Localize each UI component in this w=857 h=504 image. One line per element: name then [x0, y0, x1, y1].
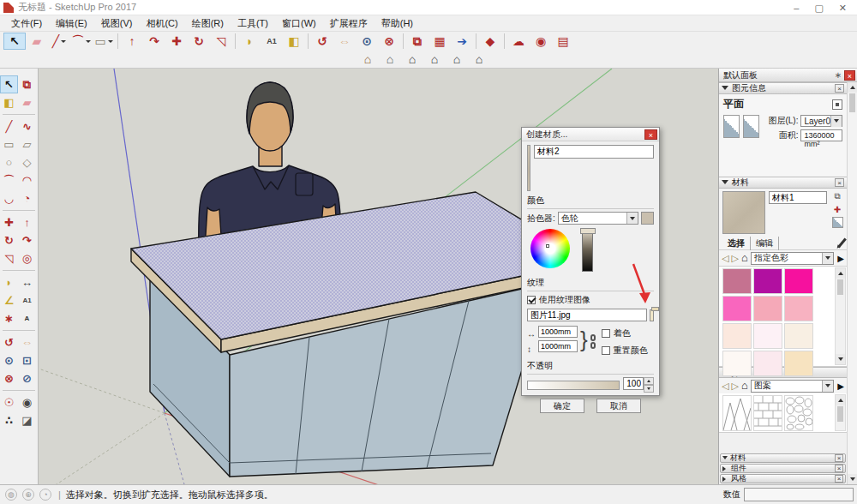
zoom-button[interactable]: ⊙: [356, 33, 378, 50]
menu-item[interactable]: 相机(C): [140, 16, 183, 31]
tray-panel-styles[interactable]: 风格×: [720, 474, 846, 483]
dropdown-caret-icon[interactable]: [822, 253, 833, 264]
back-face-swatch[interactable]: [743, 115, 759, 138]
color-swatch[interactable]: [784, 268, 813, 294]
texture-height-input[interactable]: [538, 340, 578, 352]
look-around-button[interactable]: ◉: [18, 393, 36, 411]
three-point-arc-button[interactable]: ◡: [0, 189, 18, 207]
zoom-extents-button[interactable]: ⊗: [378, 33, 400, 50]
tape-measure-button[interactable]: ◗: [238, 33, 261, 50]
move-button[interactable]: ✚: [165, 33, 188, 50]
create-material-icon[interactable]: ✚: [831, 204, 843, 214]
scrollbar-thumb[interactable]: [837, 279, 843, 295]
entity-info-panel-header[interactable]: 图元信息 ×: [719, 82, 847, 94]
color-swatch[interactable]: [722, 323, 752, 349]
tab-select[interactable]: 选择: [722, 237, 751, 250]
color-swatch[interactable]: [722, 268, 752, 294]
scroll-up-icon[interactable]: [836, 395, 845, 405]
swatch-scrollbar[interactable]: [835, 267, 846, 365]
rotate-button[interactable]: ↻: [0, 231, 18, 249]
select-button[interactable]: ↖: [0, 75, 18, 93]
dropdown-caret-icon[interactable]: [830, 116, 842, 127]
protractor-button[interactable]: ∠: [0, 291, 18, 309]
text-button[interactable]: A1: [261, 33, 283, 50]
value-slider[interactable]: [582, 231, 593, 272]
forward-icon[interactable]: ▷: [731, 381, 738, 391]
move-button[interactable]: ✚: [0, 213, 18, 231]
ok-button[interactable]: 确定: [540, 399, 584, 413]
home-icon[interactable]: ⌂: [741, 253, 748, 263]
panel-close-button[interactable]: ×: [835, 454, 843, 462]
colorize-checkbox[interactable]: [602, 329, 610, 338]
entity-info-close-button[interactable]: ×: [835, 84, 844, 93]
color-swatch[interactable]: [753, 296, 782, 321]
color-swatch[interactable]: [784, 351, 813, 376]
geolocation-button[interactable]: ◉: [530, 33, 552, 50]
panel-close-button[interactable]: ×: [835, 465, 843, 472]
zoom-previous-button[interactable]: ⊘: [18, 369, 36, 387]
menu-item[interactable]: 窗口(W): [276, 16, 322, 31]
dropdown-caret-icon[interactable]: [86, 40, 91, 45]
layer-dropdown[interactable]: Layer0: [800, 115, 842, 127]
geolocation-status-icon[interactable]: ◍: [5, 489, 17, 501]
push-pull-button[interactable]: ↑: [18, 213, 36, 231]
spin-down-icon[interactable]: [644, 385, 654, 393]
dialog-close-button[interactable]: ×: [644, 129, 657, 140]
sample-paint-eyedropper-icon[interactable]: [837, 238, 847, 249]
send-to-layout-button[interactable]: ▤: [552, 33, 574, 50]
color-swatch[interactable]: [753, 268, 782, 294]
material-name-input[interactable]: [534, 145, 654, 159]
opacity-slider[interactable]: [527, 381, 620, 390]
dropdown-caret-icon[interactable]: [61, 40, 66, 45]
view-iso-button[interactable]: ⌂: [357, 51, 379, 68]
collapse-triangle-icon[interactable]: [722, 86, 728, 93]
reset-color-checkbox[interactable]: [602, 346, 610, 355]
orbit-button[interactable]: ↺: [311, 33, 333, 50]
entity-visibility-icon[interactable]: [832, 99, 842, 110]
rectangle-button[interactable]: ▭: [93, 33, 115, 50]
color-swatch[interactable]: [784, 323, 813, 349]
paint-bucket-button[interactable]: ◧: [0, 93, 18, 111]
front-face-swatch[interactable]: [723, 115, 740, 138]
rotated-rectangle-button[interactable]: ▱: [18, 135, 36, 153]
texture-width-input[interactable]: [538, 326, 578, 338]
collapse-triangle-icon[interactable]: [722, 456, 728, 462]
scrollbar-thumb[interactable]: [849, 93, 855, 112]
tray-panel-materials-2[interactable]: 材料×: [720, 453, 846, 463]
line-button[interactable]: ╱: [0, 117, 18, 135]
maximize-button[interactable]: ▢: [814, 2, 823, 14]
tray-scrollbar[interactable]: [847, 82, 857, 484]
stone-pattern[interactable]: [784, 395, 813, 431]
menu-item[interactable]: 文件(F): [5, 16, 48, 31]
eraser-button[interactable]: ▰: [18, 93, 36, 111]
back-icon[interactable]: ◁: [722, 254, 728, 263]
aspect-lock-icon[interactable]: [590, 326, 596, 357]
collapse-triangle-icon[interactable]: [722, 477, 728, 482]
view-right-button[interactable]: ⌂: [468, 51, 490, 68]
scroll-up-icon[interactable]: [848, 82, 857, 93]
push-pull-button[interactable]: ↑: [121, 33, 143, 50]
menu-item[interactable]: 工具(T): [231, 16, 274, 31]
polygon-button[interactable]: ◇: [18, 153, 36, 171]
arc-button[interactable]: ⌒: [0, 171, 18, 189]
triangle-pattern[interactable]: [722, 395, 752, 431]
position-camera-button[interactable]: ☉: [0, 393, 18, 411]
details-icon[interactable]: ▶: [837, 254, 844, 263]
line-button[interactable]: ╱: [48, 33, 70, 50]
scale-button[interactable]: ◹: [210, 33, 232, 50]
details-icon[interactable]: ▶: [837, 381, 844, 391]
collapse-triangle-icon[interactable]: [722, 466, 728, 471]
dropdown-caret-icon[interactable]: [822, 381, 833, 392]
texture-image-input[interactable]: [527, 309, 647, 321]
share-model-button[interactable]: ➔: [451, 33, 473, 50]
pan-button[interactable]: ⇔: [333, 33, 356, 50]
paint-bucket-button[interactable]: ◧: [283, 33, 305, 50]
dimensions-button[interactable]: ↔: [18, 273, 36, 291]
zoom-button[interactable]: ⊙: [0, 351, 18, 369]
pie-button[interactable]: ◔: [18, 189, 36, 207]
tray-header[interactable]: 默认面板 ∗ ×: [719, 69, 857, 82]
tray-close-button[interactable]: ×: [844, 70, 855, 81]
opacity-spinner[interactable]: [644, 377, 654, 393]
color-wheel[interactable]: [530, 229, 570, 268]
scroll-down-icon[interactable]: [848, 474, 857, 484]
